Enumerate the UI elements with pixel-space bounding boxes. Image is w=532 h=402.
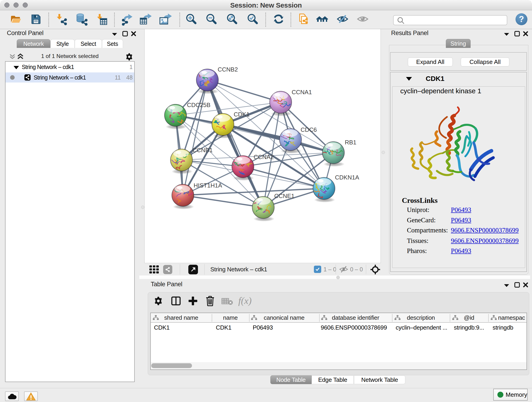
svg-text:RB1: RB1 [345, 139, 356, 146]
svg-text:CDC25B: CDC25B [187, 102, 210, 108]
svg-text:CCNA2: CCNA2 [254, 153, 274, 160]
svg-text:CCNA1: CCNA1 [292, 89, 312, 96]
svg-text:CCNE1: CCNE1 [274, 192, 294, 199]
svg-text:CDKN1A: CDKN1A [335, 174, 359, 181]
svg-text:HIST1H1A: HIST1H1A [194, 182, 222, 189]
svg-text:CDC6: CDC6 [301, 126, 317, 133]
svg-text:CCNB1: CCNB1 [192, 147, 213, 153]
svg-text:CDK1: CDK1 [234, 111, 249, 118]
svg-text:CCNB2: CCNB2 [218, 66, 238, 73]
